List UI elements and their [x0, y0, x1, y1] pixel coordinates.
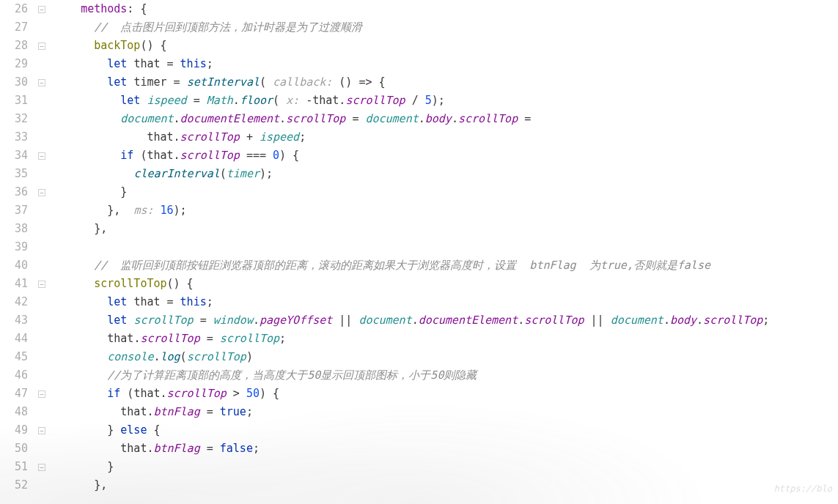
fold-toggle-icon[interactable]: − — [38, 390, 45, 398]
code-line[interactable]: let timer = setInterval( callback: () =>… — [54, 73, 838, 92]
code-line[interactable]: document.documentElement.scrollTop = doc… — [54, 110, 838, 128]
line-number: 40 — [0, 256, 28, 275]
code-line[interactable]: let scrollTop = window.pageYOffset || do… — [54, 311, 838, 330]
code-line[interactable]: // 点击图片回到顶部方法，加计时器是为了过渡顺滑 — [54, 18, 838, 37]
token-operator: = — [161, 57, 180, 70]
token-operator: === — [240, 149, 273, 162]
token-whitespace — [54, 423, 107, 437]
code-line[interactable]: let that = this; — [54, 55, 838, 73]
token-punct: : { — [127, 2, 147, 15]
code-line[interactable]: backTop() { — [54, 37, 838, 55]
token-whitespace — [54, 21, 94, 34]
token-punct: () => { — [339, 75, 385, 89]
line-number: 32 — [0, 110, 28, 128]
token-punct: . — [279, 112, 286, 125]
token-punct: ; — [207, 295, 213, 308]
line-number: 45 — [0, 348, 28, 366]
token-whitespace — [54, 149, 120, 162]
fold-toggle-icon[interactable]: − — [38, 281, 45, 288]
token-property-dark: methods — [81, 2, 127, 15]
line-number: 49 — [0, 421, 28, 440]
token-keyword: else — [120, 423, 147, 437]
token-property: scrollTop — [458, 112, 518, 125]
code-line[interactable]: }, ms: 16); — [54, 201, 838, 220]
code-line[interactable] — [54, 238, 838, 256]
token-operator: > — [227, 387, 246, 400]
code-line[interactable]: //为了计算距离顶部的高度，当高度大于50显示回顶部图标，小于50则隐藏 — [54, 366, 838, 385]
token-method-name: setInterval — [187, 75, 260, 89]
token-ident: that — [147, 149, 173, 162]
code-line[interactable]: that.btnFlag = true; — [54, 403, 838, 421]
code-line[interactable]: scrollToTop() { — [54, 275, 838, 293]
token-ident: that — [107, 332, 133, 345]
token-punct: . — [412, 314, 419, 327]
token-punct: ; — [246, 405, 253, 418]
token-operator: - — [306, 94, 312, 107]
token-property: pageYOffset — [260, 314, 332, 327]
token-keyword: if — [107, 387, 120, 400]
code-editor-area[interactable]: methods: { // 点击图片回到顶部方法，加计时器是为了过渡顺滑 bac… — [51, 0, 838, 494]
fold-toggle-icon[interactable]: − — [38, 189, 45, 196]
token-punct: { — [147, 423, 160, 437]
token-comment: //为了计算距离顶部的高度，当高度大于50显示回顶部图标，小于50则隐藏 — [107, 368, 477, 382]
code-line[interactable]: let ispeed = Math.floor( x: -that.scroll… — [54, 92, 838, 110]
fold-toggle-icon[interactable]: − — [38, 152, 45, 160]
line-number: 46 — [0, 366, 28, 385]
code-line[interactable]: clearInterval(timer); — [54, 165, 838, 183]
token-property: btnFlag — [153, 405, 199, 418]
token-method-name: floor — [240, 94, 273, 107]
token-punct: ; — [762, 314, 769, 327]
token-punct: . — [161, 387, 167, 400]
token-property: scrollTop — [286, 112, 345, 125]
token-operator: = — [200, 442, 220, 455]
token-punct: ; — [207, 57, 213, 70]
token-punct: . — [664, 314, 670, 327]
code-line[interactable]: let that = this; — [54, 293, 838, 311]
token-property: scrollTop — [167, 387, 227, 400]
token-property: documentElement — [419, 314, 518, 327]
fold-toggle-icon[interactable]: − — [38, 79, 45, 86]
fold-toggle-icon[interactable]: − — [38, 6, 45, 13]
code-line[interactable]: }, — [54, 476, 838, 494]
token-property: documentElement — [180, 112, 279, 125]
token-punct: ); — [432, 94, 445, 107]
code-line[interactable]: console.log(scrollTop) — [54, 348, 838, 366]
code-line[interactable]: }, — [54, 220, 838, 238]
fold-toggle-icon[interactable]: − — [38, 427, 45, 434]
token-ident: timer — [133, 75, 166, 89]
token-bool: true — [220, 405, 246, 418]
token-param-hint: ms: — [133, 204, 160, 217]
token-property: btnFlag — [153, 442, 199, 455]
code-line[interactable]: } else { — [54, 421, 838, 440]
token-punct: ; — [279, 332, 286, 345]
code-line[interactable]: that.btnFlag = false; — [54, 440, 838, 458]
token-punct: . — [174, 112, 180, 125]
line-number: 39 — [0, 238, 28, 256]
token-variable: ispeed — [260, 130, 299, 144]
token-global: document — [365, 112, 418, 125]
line-number: 47 — [0, 385, 28, 403]
code-line[interactable]: } — [54, 458, 838, 476]
token-variable: timer — [227, 167, 260, 180]
code-line[interactable]: that.scrollTop = scrollTop; — [54, 330, 838, 348]
fold-toggle-icon[interactable]: − — [38, 464, 45, 471]
code-line[interactable]: if (that.scrollTop === 0) { — [54, 147, 838, 165]
code-line[interactable]: methods: { — [54, 0, 838, 18]
token-global: Math — [207, 94, 233, 107]
token-punct: ( — [120, 387, 133, 400]
token-operator: = — [187, 94, 207, 107]
code-line[interactable]: // 监听回到顶部按钮距浏览器顶部的距离，滚动的距离如果大于浏览器高度时，设置 … — [54, 256, 838, 275]
token-punct: . — [452, 112, 458, 125]
token-global: document — [359, 314, 411, 327]
line-number: 38 — [0, 220, 28, 238]
code-line[interactable]: } — [54, 183, 838, 201]
token-punct: . — [174, 130, 180, 144]
token-keyword-let: let — [107, 295, 127, 308]
fold-toggle-icon[interactable]: − — [38, 42, 45, 50]
code-line[interactable]: if (that.scrollTop > 50) { — [54, 385, 838, 403]
token-punct: . — [697, 314, 703, 327]
token-operator: = — [167, 75, 187, 89]
code-line[interactable]: that.scrollTop + ispeed; — [54, 128, 838, 147]
line-number: 34 — [0, 147, 28, 165]
token-comment: // 监听回到顶部按钮距浏览器顶部的距离，滚动的距离如果大于浏览器高度时，设置 … — [94, 259, 710, 272]
